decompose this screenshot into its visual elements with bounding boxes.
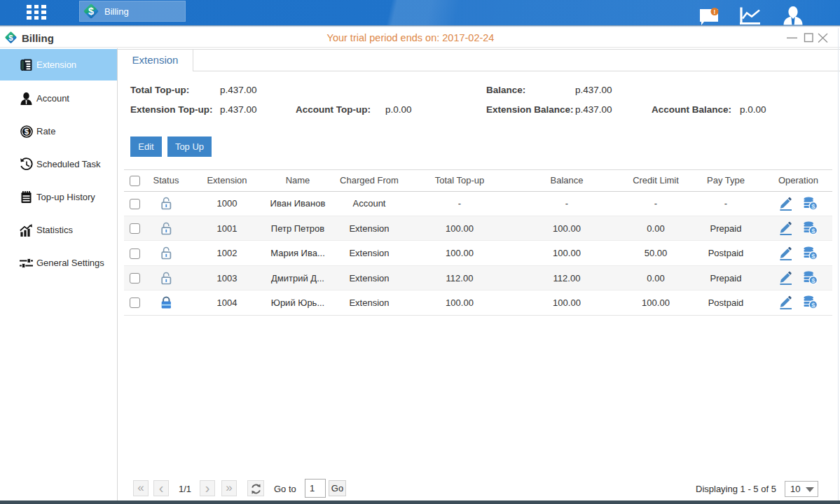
svg-text:$: $	[88, 6, 94, 17]
svg-text:$: $	[811, 251, 815, 259]
svg-text:$: $	[811, 227, 815, 234]
svg-text:!: !	[714, 8, 716, 15]
svg-text:$: $	[811, 202, 815, 210]
svg-text:$: $	[811, 276, 815, 284]
svg-text:$: $	[24, 127, 29, 136]
svg-text:$: $	[811, 301, 815, 309]
